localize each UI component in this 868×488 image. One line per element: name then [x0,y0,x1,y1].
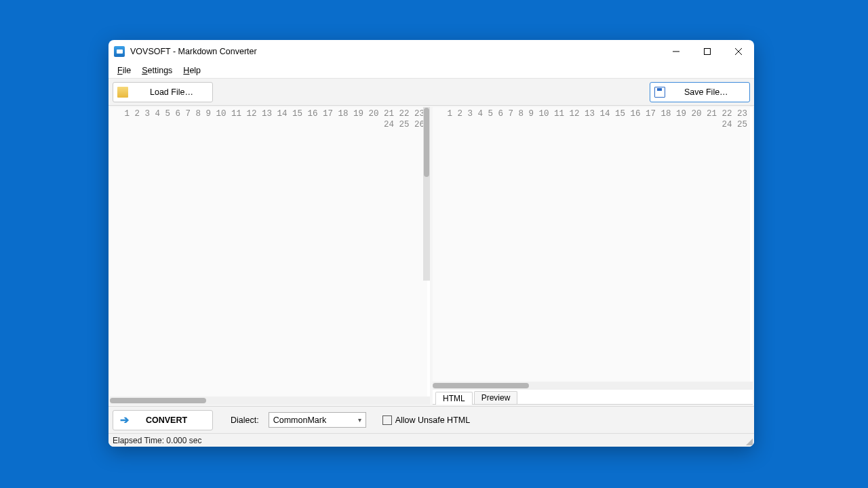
window-title: VOVSOFT - Markdown Converter [130,47,257,56]
dialect-value: CommonMark [273,415,327,425]
output-pane: 1 2 3 4 5 6 7 8 9 10 11 12 13 14 15 16 1… [433,107,753,405]
menu-settings[interactable]: Settings [137,64,177,77]
save-icon [654,87,665,98]
svg-rect-1 [705,48,711,54]
titlebar: VOVSOFT - Markdown Converter [108,40,754,62]
allow-unsafe-label: Allow Unsafe HTML [395,415,470,425]
close-button[interactable] [723,40,754,62]
save-file-button[interactable]: Save File… [650,82,750,102]
arrow-right-icon: ➔ [119,415,130,426]
line-numbers-right: 1 2 3 4 5 6 7 8 9 10 11 12 13 14 15 16 1… [433,107,750,382]
markdown-editor[interactable]: 1 2 3 4 5 6 7 8 9 10 11 12 13 14 15 16 1… [110,107,430,396]
markdown-pane: 1 2 3 4 5 6 7 8 9 10 11 12 13 14 15 16 1… [110,107,430,405]
load-file-label: Load File… [150,87,193,97]
dialect-select[interactable]: CommonMark [269,412,366,428]
menu-help[interactable]: Help [178,64,205,77]
tab-preview[interactable]: Preview [474,391,518,404]
menubar: File Settings Help [108,62,754,79]
folder-icon [117,87,128,98]
hscroll-left[interactable] [110,396,430,405]
window-controls [660,40,754,62]
html-output[interactable]: <h1>Media Player Classic - Black Edition… [750,107,753,382]
save-file-label: Save File… [684,87,728,97]
scrollbar-left[interactable] [423,107,430,281]
minimize-button[interactable] [660,40,692,62]
html-editor[interactable]: 1 2 3 4 5 6 7 8 9 10 11 12 13 14 15 16 1… [433,107,753,382]
convert-button[interactable]: ➔ CONVERT [113,410,213,430]
toolbar: Load File… Save File… [108,79,754,106]
maximize-button[interactable] [692,40,723,62]
elapsed-time: Elapsed Time: 0.000 sec [113,436,201,445]
menu-file[interactable]: File [113,64,136,77]
status-bar: Elapsed Time: 0.000 sec [108,433,754,447]
hscroll-right[interactable] [433,382,753,390]
dialect-label: Dialect: [231,415,259,425]
tab-html[interactable]: HTML [435,392,473,405]
allow-unsafe-option[interactable]: Allow Unsafe HTML [382,415,470,425]
app-icon [114,46,125,57]
output-tabs: HTML Preview [433,390,753,405]
line-numbers-left: 1 2 3 4 5 6 7 8 9 10 11 12 13 14 15 16 1… [110,107,427,396]
bottom-toolbar: ➔ CONVERT Dialect: CommonMark Allow Unsa… [108,406,754,433]
allow-unsafe-checkbox[interactable] [382,415,392,425]
resize-grip[interactable] [746,439,753,445]
content-area: 1 2 3 4 5 6 7 8 9 10 11 12 13 14 15 16 1… [108,106,754,406]
convert-label: CONVERT [146,415,187,425]
app-window: VOVSOFT - Markdown Converter File Settin… [108,40,754,447]
load-file-button[interactable]: Load File… [113,82,213,102]
